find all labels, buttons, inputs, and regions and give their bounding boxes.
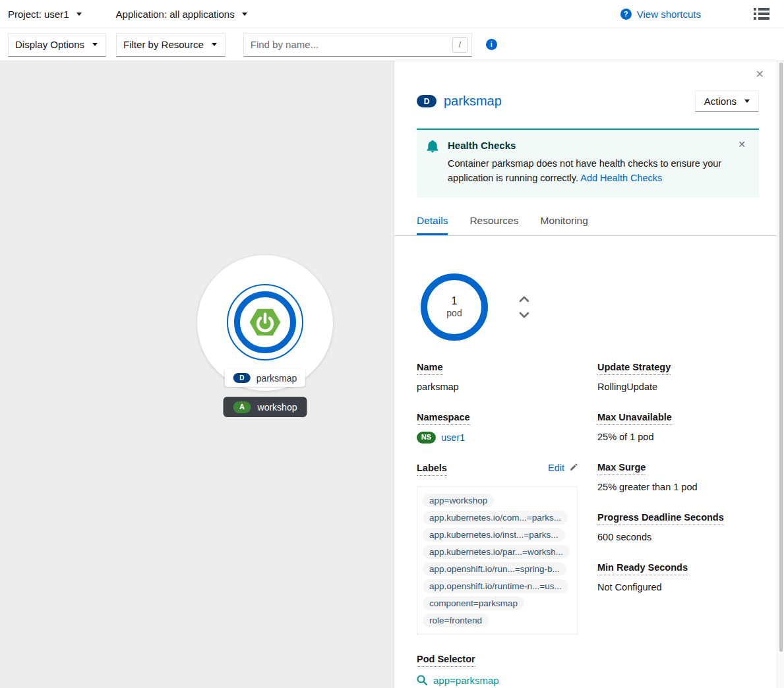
detail-field: Progress Deadline Seconds 600 seconds bbox=[597, 511, 759, 542]
name-label: Name bbox=[417, 362, 443, 375]
label-chip: role=frontend bbox=[423, 614, 489, 627]
tab-monitoring[interactable]: Monitoring bbox=[540, 215, 588, 235]
label-chip: app.kubernetes.io/inst...=parks... bbox=[423, 528, 565, 542]
node-label[interactable]: D parksmap bbox=[225, 369, 305, 387]
tab-details[interactable]: Details bbox=[417, 215, 448, 235]
spring-boot-icon bbox=[248, 305, 282, 339]
panel-tabs: Details Resources Monitoring bbox=[394, 215, 784, 236]
alert-description: Container parksmap does not have health … bbox=[448, 157, 729, 186]
display-options-label: Display Options bbox=[15, 39, 84, 50]
panel-scrollbar[interactable] bbox=[777, 61, 784, 688]
max-unavailable-value: 25% of 1 pod bbox=[597, 432, 759, 442]
min-ready-label: Min Ready Seconds bbox=[597, 562, 688, 575]
node-name: parksmap bbox=[256, 373, 297, 384]
details-left-column: Name parksmap Namespace NS user1 bbox=[417, 361, 578, 688]
caret-down-icon bbox=[92, 43, 98, 46]
labels-header: Labels Edit bbox=[417, 463, 578, 482]
scrollbar-thumb[interactable] bbox=[779, 63, 783, 652]
app-window: Project: user1 Application: all applicat… bbox=[0, 0, 784, 688]
page-title: D parksmap bbox=[417, 94, 502, 109]
tab-resources[interactable]: Resources bbox=[469, 215, 518, 235]
detail-field: Max Unavailable 25% of 1 pod bbox=[597, 411, 759, 442]
search-icon bbox=[417, 675, 427, 685]
project-switcher[interactable]: Project: user1 bbox=[8, 9, 82, 20]
label-chip: app.openshift.io/run...=spring-b... bbox=[423, 562, 566, 576]
health-checks-alert: Health Checks Container parksmap does no… bbox=[417, 129, 759, 198]
topology-canvas[interactable]: D parksmap A workshop bbox=[0, 61, 394, 688]
application-name: workshop bbox=[258, 402, 297, 413]
deployment-node[interactable] bbox=[234, 291, 296, 353]
application-badge: A bbox=[233, 401, 251, 413]
pencil-icon bbox=[569, 463, 578, 472]
min-ready-value: Not Configured bbox=[597, 582, 759, 592]
topbar: Project: user1 Application: all applicat… bbox=[0, 0, 784, 28]
label-chip: app.kubernetes.io/par...=worksh... bbox=[423, 545, 570, 559]
max-surge-label: Max Surge bbox=[597, 462, 646, 475]
scale-up-button[interactable] bbox=[519, 296, 529, 302]
pod-scale-controls bbox=[519, 296, 529, 318]
namespace-value: NS user1 bbox=[417, 432, 578, 444]
caret-down-icon bbox=[744, 100, 750, 103]
pod-donut-label: 1 pod bbox=[420, 273, 489, 341]
namespace-label: Namespace bbox=[417, 412, 470, 425]
label-chips-box: app=workshop app.kubernetes.io/com...=pa… bbox=[417, 486, 578, 635]
question-circle-icon: ? bbox=[620, 9, 632, 20]
find-by-name-input[interactable] bbox=[243, 33, 472, 57]
namespace-badge: NS bbox=[417, 432, 436, 444]
pod-selector-section: Pod Selector app=parksmap bbox=[417, 653, 578, 688]
display-options-dropdown[interactable]: Display Options bbox=[8, 33, 106, 57]
side-panel: ✕ D parksmap Actions Health bbox=[394, 61, 784, 688]
deployment-badge: D bbox=[233, 373, 251, 383]
namespace-link[interactable]: user1 bbox=[441, 432, 465, 443]
details-right-column: Update Strategy RollingUpdate Max Unavai… bbox=[597, 361, 759, 612]
filter-by-resource-label: Filter by Resource bbox=[123, 39, 204, 50]
pod-status-section: 1 pod bbox=[417, 273, 759, 341]
detail-field: Max Surge 25% greater than 1 pod bbox=[597, 461, 759, 492]
alert-title: Health Checks bbox=[448, 140, 729, 151]
update-strategy-label: Update Strategy bbox=[597, 362, 671, 375]
pod-selector-label: Pod Selector bbox=[417, 654, 475, 667]
caret-down-icon bbox=[212, 43, 217, 46]
deployment-badge: D bbox=[417, 95, 437, 107]
panel-header: D parksmap Actions bbox=[417, 90, 759, 112]
max-surge-value: 25% greater than 1 pod bbox=[597, 482, 759, 492]
application-switcher-label: Application: all applications bbox=[116, 9, 235, 20]
update-strategy-value: RollingUpdate bbox=[597, 382, 759, 392]
pod-count: 1 bbox=[452, 295, 458, 307]
detail-field: Namespace NS user1 bbox=[417, 411, 578, 444]
labels-label: Labels bbox=[417, 463, 447, 476]
label-chip: app.kubernetes.io/com...=parks... bbox=[423, 511, 568, 525]
application-group-label[interactable]: A workshop bbox=[224, 397, 307, 417]
detail-field: Min Ready Seconds Not Configured bbox=[597, 561, 759, 592]
info-circle-icon[interactable]: i bbox=[486, 39, 497, 50]
close-panel-button[interactable]: ✕ bbox=[756, 69, 764, 80]
find-by-name-wrapper: / bbox=[243, 33, 472, 57]
pod-selector-link[interactable]: app=parksmap bbox=[417, 675, 499, 686]
labels-section: Labels Edit app=workshop app.kubernetes.… bbox=[417, 463, 578, 635]
topbar-actions: ? View shortcuts bbox=[620, 7, 769, 20]
label-chip: component=parksmap bbox=[423, 596, 524, 610]
add-health-checks-link[interactable]: Add Health Checks bbox=[580, 173, 662, 183]
chevron-down-icon bbox=[519, 312, 529, 318]
max-unavailable-label: Max Unavailable bbox=[597, 412, 672, 425]
filter-by-resource-dropdown[interactable]: Filter by Resource bbox=[116, 33, 226, 57]
main-area: D parksmap A workshop ✕ D parksmap Actio… bbox=[0, 61, 784, 688]
chevron-up-icon bbox=[519, 296, 529, 302]
resource-title-link[interactable]: parksmap bbox=[444, 94, 502, 109]
view-shortcuts-link[interactable]: ? View shortcuts bbox=[620, 9, 701, 20]
list-view-toggle[interactable] bbox=[754, 7, 769, 20]
progress-deadline-label: Progress Deadline Seconds bbox=[597, 512, 724, 525]
context-selectors: Project: user1 Application: all applicat… bbox=[8, 9, 247, 20]
detail-field: Name parksmap bbox=[417, 361, 578, 392]
view-shortcuts-label: View shortcuts bbox=[637, 9, 701, 20]
edit-labels-link[interactable]: Edit bbox=[548, 463, 578, 473]
actions-label: Actions bbox=[704, 96, 737, 107]
detail-field: Update Strategy RollingUpdate bbox=[597, 361, 759, 392]
actions-dropdown[interactable]: Actions bbox=[695, 90, 759, 112]
project-switcher-label: Project: user1 bbox=[8, 9, 69, 20]
scale-down-button[interactable] bbox=[519, 312, 529, 318]
alert-close-button[interactable]: ✕ bbox=[738, 140, 746, 149]
application-switcher[interactable]: Application: all applications bbox=[116, 9, 247, 20]
name-value: parksmap bbox=[417, 382, 578, 392]
details-tab-content: 1 pod bbox=[417, 273, 759, 688]
